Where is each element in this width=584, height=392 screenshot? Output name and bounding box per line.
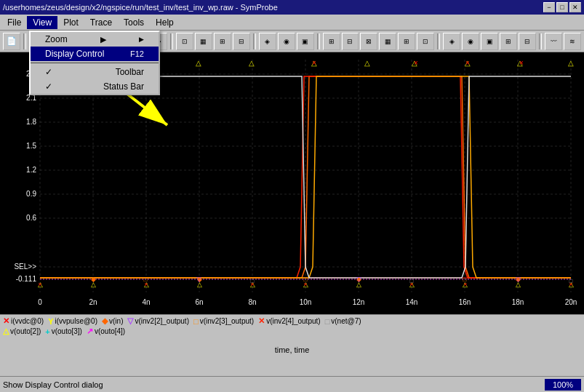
legend-row-2: △ v(outo[2]) + v(outo[3]) ↗ v(outo[4]) xyxy=(3,327,581,336)
legend-label-vinv2-4: v(inv2[4]_output) xyxy=(266,317,321,325)
menu-trace[interactable]: Trace xyxy=(84,16,118,29)
svg-text:12n: 12n xyxy=(353,298,365,306)
toolbar-sep3 xyxy=(170,33,173,49)
toolbar-btn18[interactable]: ⊠ xyxy=(360,33,377,50)
svg-text:△: △ xyxy=(568,59,574,67)
menu-help[interactable]: Help xyxy=(150,16,180,29)
legend-label-vouto3: v(outo[3]) xyxy=(52,327,82,335)
legend-marker-vnet7: □ xyxy=(325,317,330,326)
legend-vinv2-2: ▽ v(inv2[2]_output) xyxy=(127,316,189,326)
svg-text:□: □ xyxy=(569,278,573,284)
menu-plot[interactable]: Plot xyxy=(57,16,84,29)
toolbar-btn19[interactable]: ▦ xyxy=(379,33,396,50)
toolbar-new[interactable]: 📄 xyxy=(3,33,20,50)
maximize-button[interactable]: □ xyxy=(556,2,568,12)
legend-vouto3: + v(outo[3]) xyxy=(45,327,82,336)
legend-label-ivvpulse: i(vvpulse@0) xyxy=(55,317,98,325)
legend-vinv2-4: ✕ v(inv2[4]_output) xyxy=(258,316,321,326)
legend-marker-vouto3: + xyxy=(45,327,49,336)
svg-text:0.9: 0.9 xyxy=(26,190,36,198)
svg-text:14n: 14n xyxy=(406,298,418,306)
status-text: Show Display Control dialog xyxy=(3,380,103,389)
legend-vouto4: ↗ v(outo[4]) xyxy=(87,327,125,336)
toolbar-btn22[interactable]: ◈ xyxy=(443,33,460,50)
svg-text:□: □ xyxy=(304,276,308,283)
x-axis-label: time, time xyxy=(0,345,584,358)
toolbar-btn15[interactable]: ▣ xyxy=(297,33,314,50)
toolbar-btn27[interactable]: 〰 xyxy=(545,33,562,50)
toolbar-sep6 xyxy=(437,33,440,49)
svg-text:SEL>>: SEL>> xyxy=(14,263,36,271)
toolbar-btn12[interactable]: ⊟ xyxy=(233,33,250,50)
svg-text:0.6: 0.6 xyxy=(26,214,36,222)
toolbar-btn9[interactable]: ⊡ xyxy=(176,33,193,50)
toolbar-sep5 xyxy=(317,33,320,49)
legend-vouto2: △ v(outo[2]) xyxy=(3,327,41,336)
toolbar-sep4 xyxy=(253,33,256,49)
svg-text:0: 0 xyxy=(38,298,42,306)
svg-text:□: □ xyxy=(144,276,148,283)
dropdown-statusbar[interactable]: ✓ Status Bar xyxy=(31,79,159,94)
toolbar-btn24[interactable]: ▣ xyxy=(481,33,498,50)
legend-vnet7: □ v(net@7) xyxy=(325,317,361,326)
toolbar-btn14[interactable]: ◉ xyxy=(278,33,295,50)
svg-text:▽: ▽ xyxy=(356,276,361,283)
legend-marker-vouto4: ↗ xyxy=(87,327,93,336)
legend-marker-ivvpulse: Y xyxy=(48,317,53,326)
svg-text:18n: 18n xyxy=(512,298,524,306)
svg-text:1.2: 1.2 xyxy=(26,166,36,174)
svg-text:-0.111: -0.111 xyxy=(16,275,37,283)
menu-file[interactable]: File xyxy=(1,16,27,29)
legend-area: ✕ i(vvdc@0) Y i(vvpulse@0) ◆ v(in) ▽ v(i… xyxy=(0,314,584,345)
toolbar-btn17[interactable]: ⊟ xyxy=(342,33,359,50)
toolbar-btn26[interactable]: ⊟ xyxy=(519,33,536,50)
svg-text:20n: 20n xyxy=(565,298,577,306)
toolbar-sep7 xyxy=(539,33,542,49)
toolbar-btn25[interactable]: ⊞ xyxy=(500,33,517,50)
legend-marker-vinv2-3: □ xyxy=(193,317,199,326)
legend-vinv2-3: □ v(inv2[3]_output) xyxy=(193,317,254,326)
legend-label-ivvdc: i(vvdc@0) xyxy=(11,317,44,325)
zoom-indicator: 100% xyxy=(545,379,581,391)
svg-text:8n: 8n xyxy=(248,298,256,306)
svg-text:□: □ xyxy=(463,276,467,283)
dropdown-sep xyxy=(31,63,159,63)
svg-text:×: × xyxy=(465,59,470,67)
legend-label-vouto2: v(outo[2]) xyxy=(10,327,41,335)
toolbar-btn21[interactable]: ⊡ xyxy=(417,33,434,50)
dropdown-toolbar[interactable]: ✓ Toolbar xyxy=(31,65,159,79)
legend-marker-ivvdc: ✕ xyxy=(3,316,9,326)
svg-text:△: △ xyxy=(249,59,255,67)
toolbar-btn20[interactable]: ⊞ xyxy=(398,33,415,50)
toolbar-btn23[interactable]: ◉ xyxy=(462,33,479,50)
dropdown-display-control[interactable]: Display Control F12 xyxy=(31,47,159,61)
minimize-button[interactable]: − xyxy=(543,2,555,12)
svg-text:▽: ▽ xyxy=(196,276,201,283)
svg-text:2n: 2n xyxy=(89,298,97,306)
svg-text:×: × xyxy=(414,59,418,67)
legend-marker-vin: ◆ xyxy=(102,316,108,326)
legend-label-vin: v(in) xyxy=(109,317,123,325)
toolbar-btn13[interactable]: ◈ xyxy=(259,33,276,50)
toolbar-btn28[interactable]: ≋ xyxy=(564,33,581,50)
svg-text:×: × xyxy=(519,59,524,67)
menu-view[interactable]: View xyxy=(27,16,57,29)
toolbar-btn10[interactable]: ▦ xyxy=(195,33,212,50)
svg-text:×: × xyxy=(38,281,41,288)
dropdown-zoom[interactable]: Zoom ▶ xyxy=(31,32,159,47)
window-title: /userhomes/zeus/design/x2/ngspice/run/te… xyxy=(3,3,278,12)
view-dropdown: Zoom ▶ Display Control F12 ✓ Toolbar ✓ S… xyxy=(29,31,160,95)
menu-tools[interactable]: Tools xyxy=(118,16,150,29)
toolbar-btn16[interactable]: ⊞ xyxy=(323,33,340,50)
menu-bar: File View Plot Trace Tools Help xyxy=(0,15,584,31)
legend-marker-vinv2-2: ▽ xyxy=(127,316,133,326)
legend-vin: ◆ v(in) xyxy=(102,316,123,326)
svg-text:□: □ xyxy=(410,278,414,284)
svg-text:◆: ◆ xyxy=(91,276,96,283)
legend-row-1: ✕ i(vvdc@0) Y i(vvpulse@0) ◆ v(in) ▽ v(i… xyxy=(3,316,581,326)
legend-label-vouto4: v(outo[4]) xyxy=(95,327,125,335)
svg-text:4n: 4n xyxy=(142,298,150,306)
close-button[interactable]: ✕ xyxy=(569,2,581,12)
toolbar-btn11[interactable]: ⊞ xyxy=(214,33,231,50)
legend-marker-vouto2: △ xyxy=(3,327,9,336)
